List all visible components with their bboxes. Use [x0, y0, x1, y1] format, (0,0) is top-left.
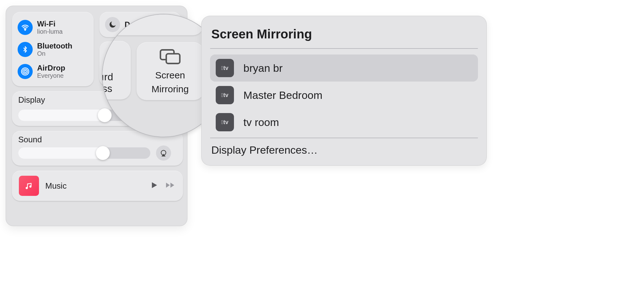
wifi-status: lion-luma: [37, 28, 63, 35]
airplay-audio-button[interactable]: [156, 145, 171, 161]
sound-volume-slider[interactable]: [18, 147, 150, 159]
wifi-label: Wi-Fi: [37, 20, 63, 28]
svg-rect-17: [166, 54, 180, 63]
music-artwork: [19, 176, 39, 196]
play-button[interactable]: [150, 181, 158, 191]
separator: [210, 138, 478, 138]
bluetooth-status: On: [37, 50, 72, 57]
apple-tv-icon: tv: [216, 86, 234, 104]
mirroring-device-tv-room[interactable]: tv tv room: [210, 109, 478, 136]
bluetooth-icon: [18, 42, 33, 57]
airdrop-label: AirDrop: [37, 64, 65, 72]
sound-slider-thumb[interactable]: [96, 146, 110, 160]
mirroring-device-name: tv room: [243, 116, 279, 128]
svg-point-2: [23, 69, 27, 74]
bluetooth-toggle[interactable]: Bluetooth On: [18, 42, 88, 58]
svg-point-1: [24, 71, 26, 73]
screen-mirroring-icon: [158, 48, 182, 67]
separator: [210, 48, 478, 49]
airdrop-icon: [18, 64, 33, 79]
sound-slider-fill: [18, 147, 103, 159]
screen-mirroring-title: Screen Mirroring: [211, 27, 478, 41]
apple-tv-icon: tv: [216, 59, 234, 77]
airdrop-status: Everyone: [37, 72, 65, 79]
mirroring-device-name: Master Bedroom: [243, 89, 322, 101]
magnified-sm-line1: Screen: [155, 70, 185, 81]
screen-mirroring-panel: Screen Mirroring tv bryan br tv Master…: [201, 16, 487, 166]
wifi-toggle[interactable]: Wi-Fi lion-luma: [18, 20, 88, 36]
wifi-icon: [18, 20, 33, 35]
display-preferences-link[interactable]: Display Preferences…: [211, 144, 477, 156]
magnified-kb-line1: ırd: [102, 71, 113, 83]
display-slider-thumb[interactable]: [98, 108, 112, 122]
bluetooth-label: Bluetooth: [37, 42, 72, 50]
wifi-label-block: Wi-Fi lion-luma: [37, 20, 63, 36]
bluetooth-label-block: Bluetooth On: [37, 42, 72, 58]
moon-icon: [105, 17, 120, 32]
airdrop-label-block: AirDrop Everyone: [37, 64, 65, 80]
mirroring-device-bryan-br[interactable]: tv bryan br: [210, 54, 478, 82]
next-track-button[interactable]: [165, 181, 176, 191]
airdrop-toggle[interactable]: AirDrop Everyone: [18, 64, 88, 80]
magnified-screen-mirroring-tile[interactable]: Screen Mirroring: [136, 42, 204, 100]
mirroring-device-name: bryan br: [243, 62, 283, 74]
now-playing-card[interactable]: Music: [12, 171, 183, 201]
display-slider-fill: [18, 110, 105, 121]
magnified-sm-line2: Mirroring: [152, 84, 189, 95]
svg-point-0: [25, 29, 25, 30]
now-playing-title: Music: [45, 181, 143, 191]
connectivity-tile: Wi-Fi lion-luma Bluetooth On: [12, 12, 94, 86]
now-playing-controls: [150, 181, 176, 191]
apple-tv-icon: tv: [216, 113, 234, 131]
mirroring-device-master-bedroom[interactable]: tv Master Bedroom: [210, 82, 478, 109]
